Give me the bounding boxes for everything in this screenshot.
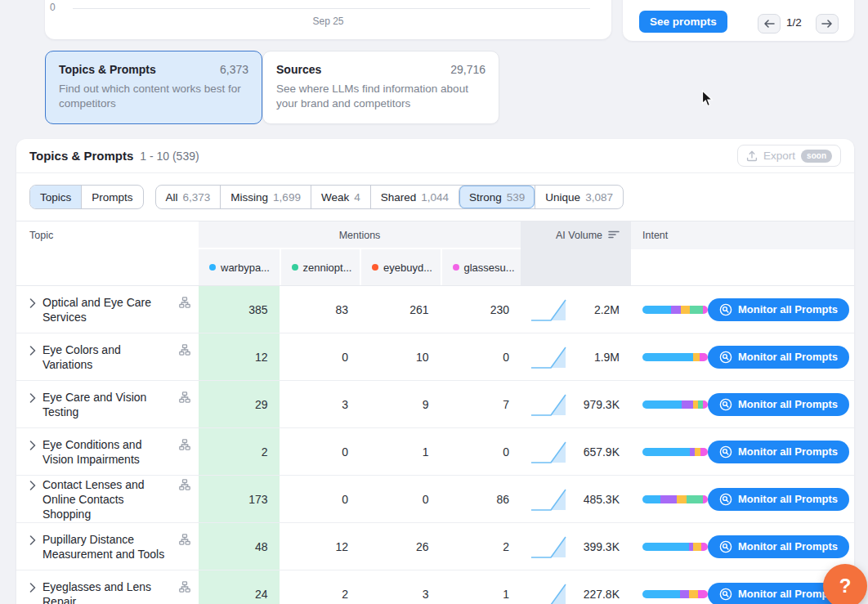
monitor-all-prompts-button[interactable]: Monitor all Prompts [708, 393, 849, 416]
nav-card-title: Topics & Prompts [59, 63, 156, 76]
competitor-column-header[interactable]: warbypa... [199, 249, 280, 285]
filter-label: All [166, 191, 178, 204]
table-column-headers: Topic Mentions AI Volume Intent warbypa.… [16, 221, 854, 286]
mentions-value: 12 [199, 333, 280, 380]
filter-row: TopicsPrompts All6,373Missing1,699Weak4S… [16, 173, 854, 221]
table-row[interactable]: Eye Colors and Variations1201001.9MMonit… [16, 333, 854, 381]
ai-volume-cell: 1.9M [521, 333, 631, 380]
intent-cell: Monitor all Prompts [631, 441, 866, 463]
nav-card-sources[interactable]: Sources 29,716 See where LLMs find infor… [262, 51, 499, 124]
filter-shared[interactable]: Shared1,044 [370, 186, 459, 208]
topics-prompts-panel: Topics & Prompts 1 - 10 (539) Export soo… [16, 139, 854, 604]
table-row[interactable]: Contact Lenses and Online Contacts Shopp… [16, 476, 854, 523]
topic-name[interactable]: Eyeglasses and Lens Repair [43, 579, 172, 604]
intent-bar [642, 543, 708, 551]
monitor-all-prompts-button[interactable]: Monitor all Prompts [708, 488, 849, 511]
monitor-all-prompts-label: Monitor all Prompts [738, 303, 838, 315]
nav-card-topics-prompts[interactable]: Topics & Prompts 6,373 Find out which co… [45, 51, 262, 124]
filter-label: Unique [545, 191, 580, 204]
table-row[interactable]: Eye Care and Vision Testing29397979.3KMo… [16, 381, 854, 428]
monitor-all-prompts-button[interactable]: Monitor all Prompts [708, 346, 849, 369]
nav-card-description: See where LLMs find information about yo… [276, 82, 485, 111]
table-body: Optical and Eye Care Services38583261230… [16, 286, 854, 604]
filter-unique[interactable]: Unique3,087 [535, 186, 623, 208]
sparkline-chart [529, 580, 571, 604]
mentions-value: 2 [280, 588, 360, 601]
help-button[interactable]: ? [823, 564, 867, 604]
monitor-all-prompts-label: Monitor all Prompts [738, 398, 838, 410]
topic-name[interactable]: Pupillary Distance Measurement and Tools [43, 532, 172, 561]
topic-cell: Pupillary Distance Measurement and Tools [16, 532, 199, 561]
ai-volume-cell: 485.3K [521, 476, 631, 522]
table-row[interactable]: Eyeglasses and Lens Repair24231227.8KMon… [16, 570, 854, 604]
chevron-right-icon[interactable] [29, 441, 36, 450]
table-row[interactable]: Eye Conditions and Vision Impairments201… [16, 428, 854, 476]
mentions-value: 0 [441, 351, 521, 364]
filter-label: Strong [469, 191, 502, 204]
chevron-right-icon[interactable] [29, 346, 36, 356]
topic-name[interactable]: Contact Lenses and Online Contacts Shopp… [43, 477, 172, 521]
monitor-icon [719, 493, 732, 506]
topic-cell: Contact Lenses and Online Contacts Shopp… [16, 477, 199, 521]
chevron-right-icon[interactable] [29, 481, 36, 490]
header-spacer [16, 249, 199, 285]
view-toggle-prompts[interactable]: Prompts [81, 186, 142, 208]
ai-volume-cell: 399.3K [521, 523, 631, 570]
competitor-column-header[interactable]: glassesu... [441, 249, 521, 285]
mentions-value: 2 [441, 540, 521, 553]
y-axis-tick: 0 [50, 2, 56, 13]
page-indicator: 1/2 [786, 16, 802, 29]
sort-descending-icon [608, 230, 620, 239]
mentions-value: 3 [360, 588, 441, 601]
mentions-value: 1 [360, 445, 441, 459]
topic-cell: Optical and Eye Care Services [16, 295, 199, 324]
sparkline-chart [529, 438, 571, 466]
intent-bar [642, 400, 708, 409]
intent-cell: Monitor all Prompts [631, 535, 866, 558]
sitemap-icon [179, 344, 190, 356]
nav-card-count: 6,373 [220, 63, 248, 76]
topic-name[interactable]: Optical and Eye Care Services [43, 295, 172, 324]
topic-name[interactable]: Eye Care and Vision Testing [43, 390, 172, 419]
filter-count: 3,087 [585, 191, 613, 204]
chevron-right-icon[interactable] [29, 393, 36, 403]
chevron-right-icon[interactable] [29, 298, 36, 308]
competitor-color-dot [292, 264, 298, 271]
sitemap-icon [179, 297, 190, 308]
mentions-value: 0 [280, 493, 360, 506]
chevron-right-icon[interactable] [29, 535, 36, 545]
table-row[interactable]: Optical and Eye Care Services38583261230… [16, 286, 854, 333]
table-row[interactable]: Pupillary Distance Measurement and Tools… [16, 523, 854, 570]
topic-name[interactable]: Eye Colors and Variations [43, 342, 172, 372]
monitor-all-prompts-button[interactable]: Monitor all Prompts [708, 441, 849, 463]
ai-volume-value: 1.9M [594, 351, 620, 364]
mentions-value: 26 [360, 540, 441, 553]
filter-weak[interactable]: Weak4 [311, 186, 370, 208]
topic-name[interactable]: Eye Conditions and Vision Impairments [43, 437, 172, 467]
filter-count: 1,699 [273, 191, 301, 204]
competitor-name: warbypa... [221, 262, 270, 274]
monitor-all-prompts-button[interactable]: Monitor all Prompts [708, 535, 849, 558]
mentions-value: 12 [280, 540, 360, 553]
mentions-value: 0 [441, 445, 521, 459]
filter-all[interactable]: All6,373 [156, 186, 221, 208]
view-toggle-topics[interactable]: Topics [30, 186, 81, 208]
monitor-all-prompts-label: Monitor all Prompts [738, 445, 838, 458]
filter-strong[interactable]: Strong539 [459, 186, 535, 208]
nav-card-title: Sources [276, 63, 321, 76]
monitor-all-prompts-button[interactable]: Monitor all Prompts [708, 298, 849, 321]
export-button[interactable]: Export soon [737, 145, 841, 167]
filter-missing[interactable]: Missing1,699 [220, 186, 311, 208]
ai-volume-value: 979.3K [584, 398, 620, 411]
competitor-column-header[interactable]: eyebuyd... [360, 249, 441, 285]
see-prompts-button[interactable]: See prompts [639, 11, 727, 33]
competitor-name: glassesu... [464, 262, 515, 274]
column-header-ai-volume[interactable]: AI Volume [521, 221, 631, 249]
sparkline-chart [529, 533, 571, 561]
chevron-right-icon[interactable] [29, 583, 36, 593]
previous-page-button[interactable] [758, 14, 781, 34]
next-page-button[interactable] [816, 14, 839, 34]
header-spacer [631, 249, 854, 285]
filter-label: Weak [321, 191, 349, 204]
competitor-column-header[interactable]: zenniopt... [280, 249, 360, 285]
